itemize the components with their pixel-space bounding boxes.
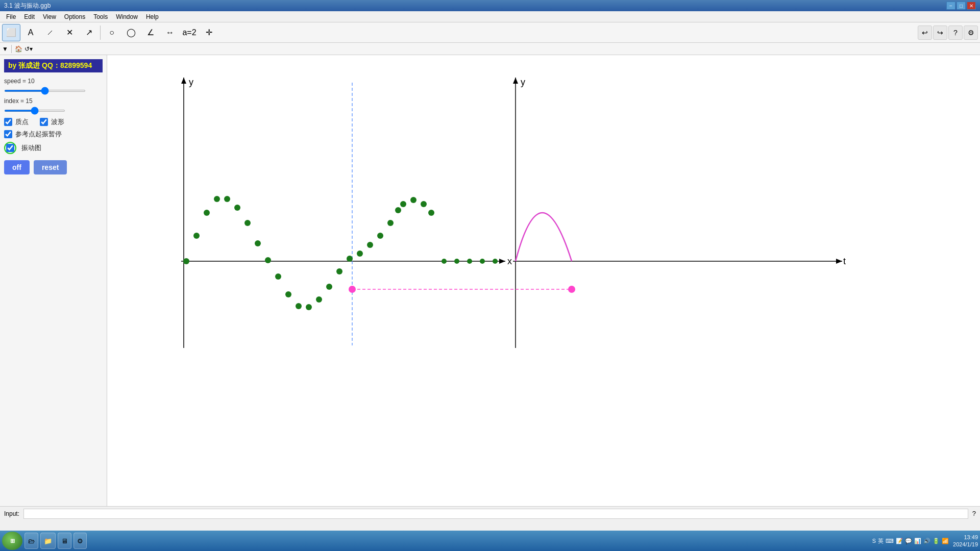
circle-button[interactable]: ○: [103, 24, 121, 41]
help-button-input[interactable]: ?: [972, 510, 976, 517]
wave-dots: [183, 196, 498, 310]
input-bar: Input: ?: [0, 506, 980, 520]
checkbox-particles-label[interactable]: 质点: [15, 117, 29, 127]
checkbox-vibration[interactable]: [6, 144, 14, 152]
x-label: x: [507, 256, 512, 266]
checkbox-reference-label[interactable]: 参考点起振暂停: [15, 130, 62, 139]
text-tool-button[interactable]: A: [21, 24, 40, 41]
input-field[interactable]: [23, 509, 968, 519]
checkbox-row-3: 振动图: [4, 142, 103, 154]
window-controls: − □ ✕: [946, 2, 976, 10]
menu-tools[interactable]: Tools: [89, 12, 112, 21]
svg-point-28: [442, 259, 447, 264]
svg-point-2: [183, 258, 189, 264]
reset-button[interactable]: reset: [34, 160, 67, 174]
checkbox-vibration-label[interactable]: 振动图: [21, 143, 41, 153]
start-button[interactable]: ⊞: [2, 532, 22, 550]
speed-slider-row: speed = 10: [4, 78, 103, 93]
svg-point-8: [244, 220, 251, 226]
svg-point-27: [428, 210, 434, 216]
separator1: [100, 26, 101, 40]
main-area: by 张成进 QQ：82899594 speed = 10 index = 15…: [0, 55, 980, 518]
svg-point-5: [214, 196, 220, 202]
svg-point-23: [395, 207, 401, 213]
undo-button[interactable]: ↩: [918, 26, 932, 40]
x-arrow: [499, 259, 505, 264]
taskbar-app[interactable]: 🖥: [58, 533, 71, 549]
input-label: Input:: [4, 510, 19, 517]
svg-point-15: [316, 296, 322, 303]
menu-options[interactable]: Options: [60, 12, 89, 21]
taskbar-date: 2024/1/19: [953, 541, 978, 548]
title-bar: 3.1 波与振动.ggb − □ ✕: [0, 0, 980, 11]
svg-point-9: [255, 240, 261, 246]
svg-point-13: [296, 303, 302, 309]
svg-point-17: [336, 268, 342, 274]
taskbar-explorer[interactable]: 🗁: [24, 533, 38, 549]
menu-file[interactable]: File: [2, 12, 20, 21]
canvas-area: y x: [107, 55, 980, 518]
author-label: by 张成进 QQ：82899594: [4, 59, 103, 72]
move-view-button[interactable]: ✛: [200, 24, 218, 41]
refresh-dropdown[interactable]: ↺▾: [24, 45, 33, 53]
taskbar-right: S 英 ⌨ 📝 💬 📊 🔊 🔋 📶 13:49 2024/1/19: [872, 534, 978, 548]
off-button[interactable]: off: [4, 160, 30, 174]
checkbox-waveform-label[interactable]: 波形: [51, 117, 64, 127]
point-on-line-button[interactable]: ⟋: [41, 24, 59, 41]
ellipse-button[interactable]: ◯: [122, 24, 140, 41]
left-panel: by 张成进 QQ：82899594 speed = 10 index = 15…: [0, 55, 107, 518]
index-label: index = 15: [4, 97, 103, 105]
speed-label: speed = 10: [4, 78, 103, 85]
home-button[interactable]: 🏠: [15, 45, 22, 53]
settings-icon[interactable]: ⚙: [964, 26, 978, 40]
svg-point-30: [467, 259, 472, 264]
svg-point-3: [193, 233, 200, 239]
svg-point-11: [275, 273, 281, 280]
vibration-curve: [516, 213, 572, 261]
checkbox-particles[interactable]: [4, 118, 12, 126]
minimize-button[interactable]: −: [946, 2, 955, 10]
taskbar-clock: 13:49 2024/1/19: [953, 534, 978, 548]
svg-point-16: [326, 284, 332, 290]
svg-point-24: [400, 201, 406, 207]
close-button[interactable]: ✕: [967, 2, 976, 10]
svg-point-32: [493, 259, 498, 264]
secondary-toolbar: ▼ 🏠 ↺▾: [0, 43, 980, 55]
svg-point-19: [357, 251, 363, 257]
checkbox-waveform[interactable]: [40, 118, 48, 126]
checkbox-row-2: 参考点起振暂停: [4, 130, 103, 139]
select-tool-button[interactable]: ⬜: [2, 24, 20, 41]
checkbox-reference[interactable]: [4, 130, 12, 138]
y-arrow-left: [181, 78, 186, 84]
svg-point-6: [224, 196, 230, 202]
menu-window[interactable]: Window: [112, 12, 142, 21]
help-icon[interactable]: ?: [948, 26, 963, 40]
menu-help[interactable]: Help: [142, 12, 163, 21]
index-slider[interactable]: [4, 110, 65, 112]
svg-point-21: [377, 233, 383, 239]
svg-point-31: [480, 259, 485, 264]
highlighted-checkbox-container: [4, 142, 16, 154]
menu-view[interactable]: View: [39, 12, 60, 21]
reflect-button[interactable]: ↔: [161, 24, 179, 41]
svg-point-29: [454, 259, 459, 264]
taskbar-geogebra[interactable]: ⚙: [74, 533, 87, 549]
taskbar-folder[interactable]: 📁: [40, 533, 56, 549]
index-slider-row: index = 15: [4, 97, 103, 113]
slider-button[interactable]: a=2: [180, 24, 199, 41]
svg-point-12: [285, 291, 291, 297]
nav-arrow[interactable]: ▼: [2, 45, 8, 53]
redo-button[interactable]: ↪: [933, 26, 947, 40]
speed-slider[interactable]: [4, 90, 86, 92]
angle-button[interactable]: ∠: [141, 24, 160, 41]
t-arrow: [836, 259, 842, 264]
window-title: 3.1 波与振动.ggb: [4, 2, 51, 10]
maximize-button[interactable]: □: [957, 2, 966, 10]
perpendicular-button[interactable]: ↗: [80, 24, 98, 41]
intersect-button[interactable]: ✕: [60, 24, 79, 41]
wave-canvas: y x: [107, 55, 980, 518]
checkbox-row-1: 质点 波形: [4, 117, 103, 127]
y-label-right: y: [521, 77, 525, 87]
menu-edit[interactable]: Edit: [20, 12, 39, 21]
svg-point-25: [410, 197, 416, 203]
